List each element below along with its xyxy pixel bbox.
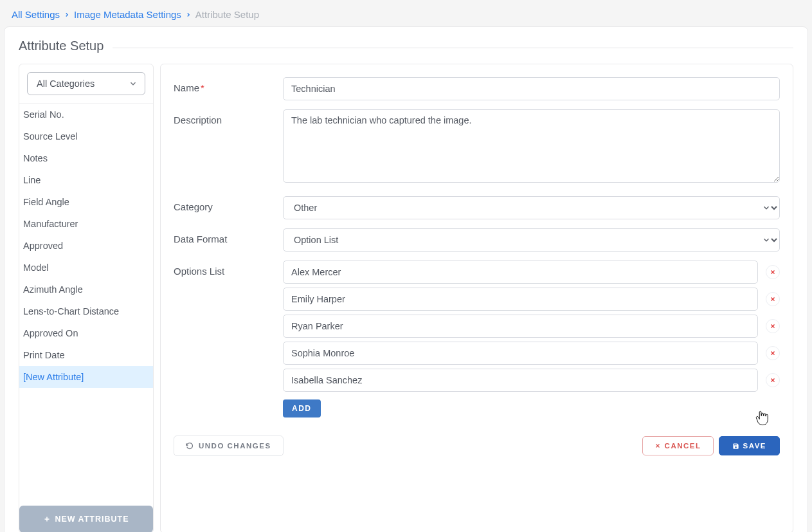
attribute-form: Name* Description The lab technician who…: [160, 64, 793, 532]
option-input[interactable]: [283, 288, 758, 311]
option-row: [283, 315, 780, 338]
attribute-list: Serial No.Source LevelNotesLineField Ang…: [19, 104, 153, 506]
delete-option-button[interactable]: [766, 319, 780, 333]
chevron-right-icon: [185, 12, 192, 18]
cancel-button[interactable]: CANCEL: [642, 436, 714, 455]
description-label: Description: [174, 109, 283, 185]
sidebar-item[interactable]: Field Angle: [19, 191, 153, 213]
save-icon: [732, 443, 739, 450]
undo-icon: [186, 442, 194, 450]
required-mark: *: [201, 82, 204, 93]
sidebar-item[interactable]: Azimuth Angle: [19, 279, 153, 300]
option-input[interactable]: [283, 315, 758, 338]
sidebar-item[interactable]: Lens-to-Chart Distance: [19, 300, 153, 322]
sidebar-item[interactable]: Approved: [19, 235, 153, 257]
sidebar-item[interactable]: Print Date: [19, 344, 153, 366]
category-label: Category: [174, 196, 283, 219]
delete-option-button[interactable]: [766, 265, 780, 279]
undo-label: UNDO CHANGES: [199, 442, 271, 450]
sidebar-item[interactable]: Line: [19, 169, 153, 191]
undo-changes-button[interactable]: UNDO CHANGES: [174, 436, 284, 456]
attribute-sidebar: All Categories Serial No.Source LevelNot…: [19, 64, 154, 532]
data-format-select[interactable]: Option List: [283, 228, 780, 252]
new-attribute-button[interactable]: NEW ATTRIBUTE: [19, 506, 153, 532]
cancel-label: CANCEL: [665, 442, 701, 450]
add-option-button[interactable]: ADD: [283, 399, 321, 417]
page-title: Attribute Setup: [19, 39, 104, 53]
close-icon: [654, 443, 661, 449]
plus-icon: [43, 515, 51, 523]
option-input[interactable]: [283, 342, 758, 365]
delete-option-button[interactable]: [766, 373, 780, 387]
breadcrumb-current: Attribute Setup: [195, 9, 259, 20]
sidebar-item[interactable]: [New Attribute]: [19, 366, 153, 388]
delete-option-button[interactable]: [766, 292, 780, 306]
breadcrumb-link-image-metadata-settings[interactable]: Image Metadata Settings: [74, 9, 181, 20]
option-row: [283, 342, 780, 365]
divider: [113, 48, 793, 48]
sidebar-item[interactable]: Model: [19, 257, 153, 279]
sidebar-item[interactable]: Serial No.: [19, 104, 153, 125]
save-button[interactable]: SAVE: [719, 436, 780, 455]
new-attribute-label: NEW ATTRIBUTE: [55, 515, 129, 524]
chevron-right-icon: [64, 12, 70, 18]
option-input[interactable]: [283, 369, 758, 392]
main-card: Attribute Setup All Categories Serial N: [4, 26, 808, 532]
name-label: Name*: [174, 77, 283, 100]
data-format-label: Data Format: [174, 228, 283, 252]
description-input[interactable]: The lab technician who captured the imag…: [283, 109, 780, 183]
breadcrumb-link-all-settings[interactable]: All Settings: [12, 9, 60, 20]
delete-option-button[interactable]: [766, 346, 780, 360]
option-row: [283, 288, 780, 311]
sidebar-item[interactable]: Manufacturer: [19, 213, 153, 235]
sidebar-item[interactable]: Source Level: [19, 125, 153, 147]
breadcrumb: All Settings Image Metadata Settings Att…: [0, 0, 812, 26]
sidebar-item[interactable]: Notes: [19, 147, 153, 169]
name-input[interactable]: [283, 77, 780, 100]
options-list-label: Options List: [174, 261, 283, 417]
category-filter-select[interactable]: All Categories: [27, 72, 145, 95]
option-row: [283, 261, 780, 284]
option-row: [283, 369, 780, 392]
option-input[interactable]: [283, 261, 758, 284]
category-select[interactable]: Other: [283, 196, 780, 219]
sidebar-item[interactable]: Approved On: [19, 322, 153, 344]
save-label: SAVE: [743, 442, 766, 450]
